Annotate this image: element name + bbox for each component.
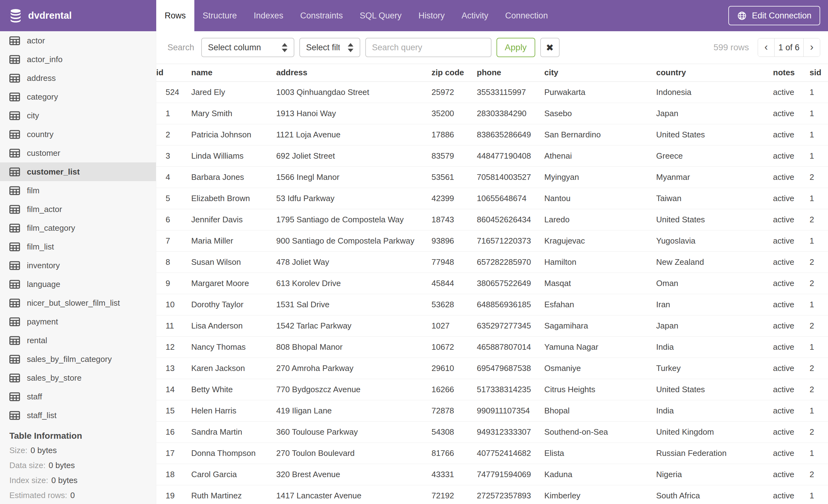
tab-sql-query[interactable]: SQL Query [351,0,410,31]
row-jared-ely[interactable]: 524 Jared Ely 1003 Qinhuangdao Street 25… [156,82,828,103]
cell-sid: 2 [810,167,828,188]
search-toolbar: Search Select column Select filter Apply… [156,31,828,64]
sidebar-item-sales-by-store[interactable]: sales_by_store [0,368,156,387]
sidebar-item-staff[interactable]: staff [0,387,156,406]
row-margaret-moore[interactable]: 9 Margaret Moore 613 Korolev Drive 45844… [156,273,828,294]
column-select[interactable]: Select column [201,38,294,57]
tab-structure[interactable]: Structure [194,0,246,31]
row-donna-thompson[interactable]: 17 Donna Thompson 270 Toulon Boulevard 8… [156,443,828,464]
column-header-sid[interactable]: sid [810,64,828,82]
cell-country: Japan [656,103,773,124]
sidebar-item-rental[interactable]: rental [0,331,156,350]
sidebar-item-film-list[interactable]: film_list [0,237,156,256]
cell-id: 14 [156,379,191,400]
sidebar-item-language[interactable]: language [0,275,156,293]
row-elizabeth-brown[interactable]: 5 Elizabeth Brown 53 Idfu Parkway 42399 … [156,188,828,209]
filter-select[interactable]: Select filter [299,38,360,57]
column-header-id[interactable]: id [156,64,191,82]
sidebar-item-inventory[interactable]: inventory [0,256,156,275]
sidebar-item-actor[interactable]: actor [0,31,156,50]
row-helen-harris[interactable]: 15 Helen Harris 419 Iligan Lane 72878 99… [156,400,828,421]
tab-constraints[interactable]: Constraints [292,0,351,31]
cell-city: Elista [544,443,656,464]
cell-phone: 28303384290 [477,103,544,124]
sidebar-item-actor-info[interactable]: actor_info [0,50,156,69]
sidebar-item-nicer-but-slower-film-list[interactable]: nicer_but_slower_film_list [0,293,156,312]
cell-city: Sasebo [544,103,656,124]
cell-notes: active [773,273,810,294]
clear-search-button[interactable]: ✖ [540,38,560,57]
tab-indexes[interactable]: Indexes [245,0,292,31]
sidebar-item-country[interactable]: country [0,125,156,144]
tab-rows[interactable]: Rows [156,0,194,31]
column-header-notes[interactable]: notes [773,64,810,82]
column-header-country[interactable]: country [656,64,773,82]
row-linda-williams[interactable]: 3 Linda Williams 692 Joliet Street 83579… [156,145,828,167]
cell-city: Osmaniye [544,358,656,379]
column-header-city[interactable]: city [544,64,656,82]
column-header-name[interactable]: name [191,64,276,82]
row-nancy-thomas[interactable]: 12 Nancy Thomas 808 Bhopal Manor 10672 4… [156,336,828,358]
table-icon [9,280,20,289]
tab-activity[interactable]: Activity [453,0,497,31]
cell-notes: active [773,464,810,485]
page-indicator: 1 of 6 [774,38,803,56]
search-query-input[interactable] [365,38,492,57]
column-header-zip-code[interactable]: zip code [431,64,477,82]
tab-history[interactable]: History [410,0,453,31]
cell-address: 320 Brest Avenue [276,464,431,485]
cell-id: 11 [156,315,191,336]
sidebar-item-film[interactable]: film [0,181,156,200]
row-lisa-anderson[interactable]: 11 Lisa Anderson 1542 Tarlac Parkway 102… [156,315,828,336]
cell-sid: 1 [810,294,828,315]
sidebar-item-film-category[interactable]: film_category [0,219,156,237]
table-icon [9,55,20,64]
cell-phone: 407752414682 [477,443,544,464]
cell-name: Mary Smith [191,103,276,124]
row-maria-miller[interactable]: 7 Maria Miller 900 Santiago de Compostel… [156,230,828,251]
cell-phone: 705814003527 [477,167,544,188]
table-icon [9,111,20,120]
sidebar-item-city[interactable]: city [0,106,156,125]
cell-city: Bhopal [544,400,656,421]
table-icon [9,261,20,270]
sidebar-item-film-actor[interactable]: film_actor [0,200,156,219]
sidebar-item-customer-list[interactable]: customer_list [0,163,156,181]
row-ruth-martinez[interactable]: 19 Ruth Martinez 1417 Lancaster Avenue 7… [156,485,828,504]
cell-country: United Kingdom [656,421,773,443]
cell-city: Myingyan [544,167,656,188]
tab-connection[interactable]: Connection [497,0,556,31]
row-sandra-martin[interactable]: 16 Sandra Martin 360 Toulouse Parkway 54… [156,421,828,443]
sidebar-item-category[interactable]: category [0,87,156,106]
sidebar-item-staff-list[interactable]: staff_list [0,406,156,425]
row-barbara-jones[interactable]: 4 Barbara Jones 1566 Inegl Manor 53561 7… [156,167,828,188]
sidebar-item-address[interactable]: address [0,69,156,87]
row-mary-smith[interactable]: 1 Mary Smith 1913 Hanoi Way 35200 283033… [156,103,828,124]
column-header-phone[interactable]: phone [477,64,544,82]
row-susan-wilson[interactable]: 8 Susan Wilson 478 Joliet Way 77948 6572… [156,251,828,273]
cell-address: 1913 Hanoi Way [276,103,431,124]
table-icon [9,336,20,345]
edit-connection-button[interactable]: Edit Connection [728,6,820,25]
row-jennifer-davis[interactable]: 6 Jennifer Davis 1795 Santiago de Compos… [156,209,828,230]
column-header-address[interactable]: address [276,64,431,82]
search-label: Search [167,43,194,52]
sidebar-item-sales-by-film-category[interactable]: sales_by_film_category [0,350,156,368]
sidebar-item-payment[interactable]: payment [0,312,156,331]
row-karen-jackson[interactable]: 13 Karen Jackson 270 Amroha Parkway 2961… [156,358,828,379]
cell-zip-code: 43331 [431,464,477,485]
row-betty-white[interactable]: 14 Betty White 770 Bydgoszcz Avenue 1626… [156,379,828,400]
tab-bar: Rows Structure Indexes Constraints SQL Q… [156,0,556,31]
next-page-button[interactable]: › [803,38,820,56]
cell-address: 270 Amroha Parkway [276,358,431,379]
row-dorothy-taylor[interactable]: 10 Dorothy Taylor 1531 Sal Drive 53628 6… [156,294,828,315]
prev-page-button[interactable]: ‹ [758,38,774,56]
cell-id: 1 [156,103,191,124]
cell-address: 1417 Lancaster Avenue [276,485,431,504]
app-title: dvdrental [28,10,72,21]
apply-button[interactable]: Apply [496,38,535,57]
sidebar-item-customer[interactable]: customer [0,144,156,163]
cell-city: Kragujevac [544,230,656,251]
row-carol-garcia[interactable]: 18 Carol Garcia 320 Brest Avenue 43331 7… [156,464,828,485]
row-patricia-johnson[interactable]: 2 Patricia Johnson 1121 Loja Avenue 1788… [156,124,828,145]
